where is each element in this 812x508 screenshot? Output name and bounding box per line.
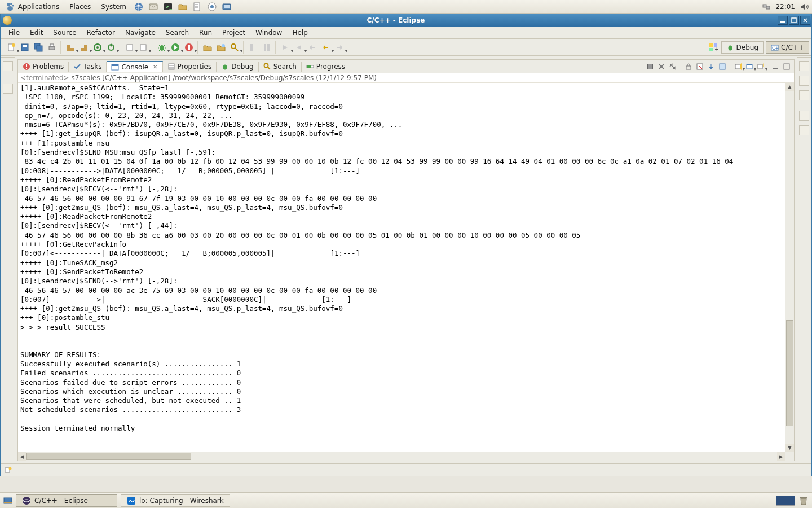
launcher-help-icon[interactable] <box>208 2 217 11</box>
volume-icon[interactable] <box>800 2 809 11</box>
workspace-switcher[interactable] <box>776 496 795 506</box>
task-wireshark[interactable]: lo: Capturing - Wireshark <box>121 494 230 507</box>
menu-search[interactable]: Search <box>161 28 193 38</box>
perspective-debug[interactable]: Debug <box>721 41 764 54</box>
save-all-button[interactable] <box>32 41 45 54</box>
perspective-cpp[interactable]: C+ C/C++ <box>766 41 809 54</box>
console-open-console-button[interactable]: ▾ <box>744 62 754 72</box>
tab-debug[interactable]: Debug <box>217 62 258 72</box>
window-titlebar[interactable]: C/C++ - Eclipse <box>1 14 811 27</box>
console-show-when-out-button[interactable] <box>717 62 727 72</box>
tab-search[interactable]: Search <box>259 62 302 72</box>
console-display-selected-button[interactable]: ▾ <box>733 62 743 72</box>
menu-navigate[interactable]: Navigate <box>121 28 160 38</box>
prev-annotation-button[interactable]: ▾ <box>293 41 305 54</box>
launcher-terminal-icon[interactable]: >_ <box>164 2 173 11</box>
console-remove-button[interactable] <box>656 62 667 72</box>
console-pin-button[interactable] <box>706 62 716 72</box>
vertical-scroll-thumb[interactable] <box>786 320 793 426</box>
new-button[interactable]: ▾ <box>5 41 17 54</box>
tab-progress-label: Progress <box>316 63 345 71</box>
launcher-mail-icon[interactable] <box>149 2 158 11</box>
debug-button[interactable]: ▾ <box>156 41 168 54</box>
trim-restore-right-5[interactable] <box>799 125 809 135</box>
menu-file[interactable]: File <box>4 28 24 38</box>
view-maximize-button[interactable] <box>782 62 792 72</box>
menu-window[interactable]: Window <box>251 28 286 38</box>
new-cpp-source-button[interactable]: ▾ <box>137 41 149 54</box>
save-button[interactable] <box>19 41 31 54</box>
tab-problems[interactable]: Problems <box>18 62 69 72</box>
tasks-icon <box>73 63 81 71</box>
menu-run[interactable]: Run <box>195 28 217 38</box>
console-output[interactable]: [1].auuRemote_seStCArAtts. State=1 lSPC=… <box>18 83 785 452</box>
print-button[interactable] <box>46 41 58 54</box>
trash-icon[interactable] <box>798 496 809 506</box>
open-type-button[interactable] <box>201 41 214 54</box>
history-back-button[interactable]: ▾ <box>320 41 332 54</box>
scroll-up-arrow-icon[interactable]: ▲ <box>785 83 794 91</box>
trim-restore-right-2[interactable] <box>799 76 809 86</box>
open-element-button[interactable] <box>215 41 227 54</box>
console-vertical-scrollbar[interactable]: ▲ ▼ <box>785 83 794 452</box>
menu-edit[interactable]: Edit <box>25 28 47 38</box>
svg-rect-13 <box>763 5 766 7</box>
new-cpp-class-button[interactable]: ▾ <box>123 41 136 54</box>
task-eclipse[interactable]: C/C++ - Eclipse <box>16 494 117 507</box>
gnome-clock[interactable]: 22:01 <box>775 3 795 11</box>
window-minimize-button[interactable] <box>778 16 788 25</box>
cpp-icon: C+ <box>771 43 779 51</box>
trim-restore-right-1[interactable] <box>799 61 809 71</box>
menu-refactor[interactable]: Refactor <box>82 28 120 38</box>
last-edit-button[interactable] <box>306 41 319 54</box>
tab-progress[interactable]: Progress <box>302 62 350 72</box>
next-annotation-button[interactable]: ▾ <box>279 41 292 54</box>
view-minimize-button[interactable] <box>770 62 780 72</box>
build-all-button[interactable]: ▾ <box>78 41 90 54</box>
menu-help[interactable]: Help <box>288 28 312 38</box>
network-status-icon[interactable] <box>762 2 771 11</box>
trim-restore-left-1[interactable] <box>3 61 13 71</box>
console-terminate-button[interactable] <box>645 62 655 72</box>
search-button[interactable]: ▾ <box>228 41 241 54</box>
window-close-button[interactable] <box>800 16 810 25</box>
tab-properties[interactable]: Properties <box>163 62 217 72</box>
launcher-screenshot-icon[interactable] <box>222 2 231 11</box>
launcher-editor-icon[interactable] <box>193 2 202 11</box>
console-horizontal-scrollbar[interactable]: ◀ ▶ <box>18 452 785 461</box>
trim-restore-left-2[interactable] <box>3 84 13 94</box>
external-tools-button[interactable]: ▾ <box>183 41 195 54</box>
build-target-button[interactable]: ▾ <box>91 41 104 54</box>
tab-tasks[interactable]: Tasks <box>69 62 107 72</box>
console-remove-all-button[interactable] <box>668 62 678 72</box>
window-maximize-button[interactable] <box>789 16 799 25</box>
console-clear-button[interactable] <box>695 62 705 72</box>
status-item-icon[interactable] <box>4 466 12 474</box>
scroll-down-arrow-icon[interactable]: ▼ <box>785 444 794 452</box>
launcher-files-icon[interactable] <box>178 2 187 11</box>
svg-rect-68 <box>773 68 778 69</box>
tab-console-close[interactable]: ✕ <box>153 64 157 70</box>
console-scroll-lock-button[interactable] <box>683 62 694 72</box>
history-forward-button[interactable]: ▾ <box>333 41 346 54</box>
open-perspective-button[interactable]: + <box>708 41 719 54</box>
scroll-left-arrow-icon[interactable]: ◀ <box>18 452 26 461</box>
toggle-mark-button[interactable] <box>247 41 259 54</box>
menu-source[interactable]: Source <box>48 28 81 38</box>
tab-console[interactable]: Console ✕ <box>107 61 162 72</box>
gnome-menu-system[interactable]: System <box>99 2 129 12</box>
gnome-menu-places[interactable]: Places <box>67 2 93 12</box>
gnome-menu-applications[interactable]: Applications <box>3 1 61 12</box>
show-desktop-icon[interactable] <box>3 496 12 505</box>
run-button[interactable]: ▾ <box>169 41 182 54</box>
trim-restore-right-3[interactable] <box>799 90 809 100</box>
build-button[interactable]: ▾ <box>64 41 77 54</box>
build-config-button[interactable]: ▾ <box>105 41 117 54</box>
launcher-browser-icon[interactable] <box>134 2 143 11</box>
toggle-block-button[interactable] <box>261 41 273 54</box>
scroll-right-arrow-icon[interactable]: ▶ <box>777 452 785 461</box>
menu-project[interactable]: Project <box>218 28 250 38</box>
console-new-console-button[interactable]: +▾ <box>756 62 766 72</box>
trim-restore-right-4[interactable] <box>799 111 809 121</box>
horizontal-scroll-thumb[interactable] <box>26 453 191 460</box>
